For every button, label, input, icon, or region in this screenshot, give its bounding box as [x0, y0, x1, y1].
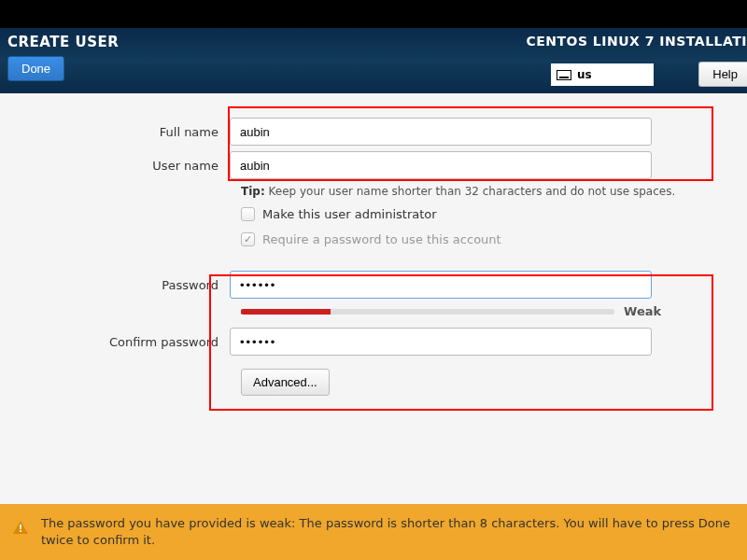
full-name-row: Full name [0, 118, 747, 146]
advanced-button[interactable]: Advanced... [241, 369, 330, 396]
require-password-label: Require a password to use this account [262, 232, 501, 246]
keyboard-icon [557, 70, 571, 80]
tip-text: Keep your user name shorter than 32 char… [265, 185, 676, 198]
done-button[interactable]: Done [7, 56, 64, 81]
password-strength-bar [241, 309, 614, 315]
password-strength-label: Weak [624, 304, 661, 318]
password-input[interactable] [230, 271, 652, 299]
confirm-password-label: Confirm password [0, 335, 230, 349]
make-admin-label: Make this user administrator [262, 207, 437, 221]
password-label: Password [0, 278, 230, 292]
warning-icon [13, 521, 28, 534]
password-strength-fill [241, 309, 331, 315]
warning-bar: The password you have provided is weak: … [0, 504, 747, 560]
full-name-label: Full name [0, 125, 230, 139]
keyboard-layout-selector[interactable]: us [551, 63, 654, 86]
password-row: Password [0, 271, 747, 299]
user-name-label: User name [0, 159, 230, 173]
username-tip: Tip: Keep your user name shorter than 32… [241, 185, 747, 198]
make-admin-row[interactable]: Make this user administrator [241, 207, 747, 221]
product-title: CENTOS LINUX 7 INSTALLATI [526, 34, 747, 49]
confirm-password-input[interactable] [230, 328, 652, 356]
require-password-row: Require a password to use this account [241, 232, 747, 246]
tip-prefix: Tip: [241, 185, 265, 198]
require-password-checkbox [241, 232, 255, 246]
header-bar: CREATE USER CENTOS LINUX 7 INSTALLATI Do… [0, 28, 747, 93]
make-admin-checkbox[interactable] [241, 207, 255, 221]
warning-text: The password you have provided is weak: … [41, 516, 730, 547]
user-name-input[interactable] [230, 151, 652, 179]
help-button[interactable]: Help [698, 62, 747, 87]
user-name-row: User name [0, 151, 747, 179]
content-area: Full name User name Tip: Keep your user … [0, 93, 747, 532]
top-letterbox [0, 0, 747, 28]
password-strength-row: Weak [241, 304, 747, 318]
full-name-input[interactable] [230, 118, 652, 146]
keyboard-layout-label: us [577, 68, 592, 81]
confirm-password-row: Confirm password [0, 328, 747, 356]
